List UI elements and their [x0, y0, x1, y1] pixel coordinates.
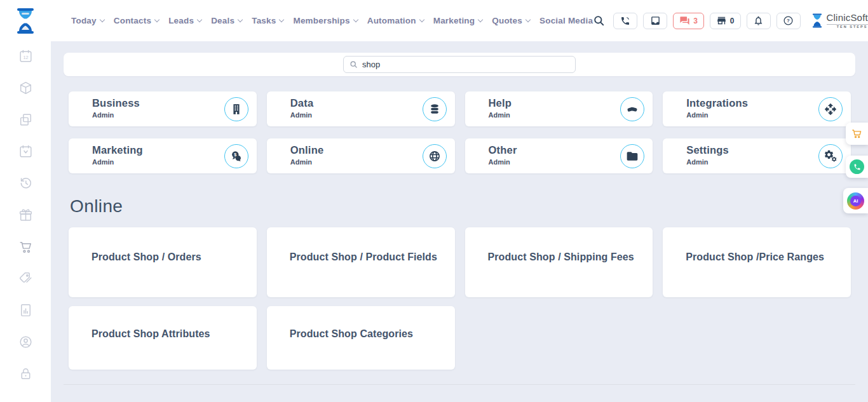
result-title: Product Shop / Orders — [92, 251, 245, 264]
category-card-data[interactable]: Data Admin — [267, 91, 455, 126]
footer-divider — [64, 384, 855, 385]
phone-icon — [620, 16, 630, 26]
main-navigation: Today Contacts Leads Deals Tasks Members… — [71, 16, 593, 25]
chat-bubbles-icon — [679, 15, 690, 26]
cube-icon[interactable] — [18, 80, 34, 96]
category-card-integrations[interactable]: Integrations Admin — [663, 91, 851, 126]
cart-icon[interactable] — [18, 239, 34, 255]
nav-social-media[interactable]: Social Media — [539, 16, 593, 25]
result-card-product-fields[interactable]: Product Shop / Product Fields — [267, 227, 455, 297]
money-chat-icon: $ — [224, 144, 248, 168]
search-icon[interactable] — [593, 15, 605, 27]
inbox-icon — [650, 15, 661, 26]
chevron-down-icon — [279, 17, 284, 22]
lock-icon[interactable] — [18, 366, 34, 382]
result-title: Product Shop / Product Fields — [290, 251, 444, 264]
chevron-down-icon — [478, 17, 483, 22]
building-icon — [224, 97, 248, 121]
ai-icon: AI — [847, 192, 864, 210]
calendar-arrow-icon[interactable] — [18, 144, 34, 159]
history-icon[interactable] — [18, 175, 34, 191]
category-card-other[interactable]: Other Admin — [465, 138, 653, 173]
results-grid: Product Shop / Orders Product Shop / Pro… — [69, 227, 851, 370]
calendar-12-icon[interactable]: 12 — [18, 48, 34, 64]
cart-icon — [851, 128, 863, 140]
store-count: 0 — [730, 17, 735, 25]
nav-today[interactable]: Today — [71, 16, 104, 25]
gift-icon[interactable] — [18, 207, 34, 223]
svg-text:12: 12 — [23, 55, 28, 60]
nav-leads[interactable]: Leads — [168, 16, 201, 25]
chat-button[interactable]: 3 — [673, 13, 704, 29]
nav-marketing[interactable]: Marketing — [433, 16, 483, 25]
chevron-down-icon — [353, 17, 358, 22]
search-icon — [349, 60, 358, 69]
chevron-down-icon — [100, 17, 105, 22]
clinicsoftware-brand: ClinicSoftware.com TEN STEPS AHEAD — [810, 13, 868, 29]
svg-text:?: ? — [787, 18, 790, 23]
chat-count: 3 — [693, 17, 698, 25]
nav-label: Deals — [211, 16, 234, 25]
result-title: Product Shop /Price Ranges — [686, 251, 839, 264]
floating-cart-widget[interactable] — [846, 123, 868, 145]
nav-label: Today — [71, 16, 97, 25]
category-card-help[interactable]: Help Admin — [465, 91, 653, 126]
question-icon: ? — [783, 15, 794, 26]
category-grid: Business Admin Data Admin — [69, 91, 851, 173]
result-card-price-ranges[interactable]: Product Shop /Price Ranges — [663, 227, 851, 297]
report-icon[interactable] — [18, 302, 34, 318]
nav-tasks[interactable]: Tasks — [252, 16, 283, 25]
database-icon — [423, 97, 447, 121]
inbox-button[interactable] — [643, 13, 667, 29]
globe-icon — [423, 144, 447, 168]
move-arrows-icon — [818, 97, 843, 121]
whatsapp-icon — [850, 159, 864, 174]
nav-automation[interactable]: Automation — [367, 16, 424, 25]
nav-label: Marketing — [433, 16, 475, 25]
nav-contacts[interactable]: Contacts — [114, 16, 159, 25]
hourglass-logo-icon — [810, 13, 824, 29]
ai-label: AI — [850, 196, 861, 206]
nav-memberships[interactable]: Memberships — [293, 16, 357, 25]
result-title: Product Shop / Shipping Fees — [488, 251, 642, 264]
category-card-marketing[interactable]: Marketing Admin $ — [69, 138, 257, 173]
phone-button[interactable] — [613, 13, 637, 29]
brand-name: ClinicSoftware — [827, 12, 868, 23]
global-search-input[interactable] — [362, 60, 569, 69]
pages-icon[interactable] — [18, 112, 34, 128]
search-strip — [64, 53, 855, 76]
nav-label: Tasks — [252, 16, 276, 25]
hourglass-logo-icon — [13, 7, 38, 35]
chevron-down-icon — [526, 17, 531, 22]
main-content: Business Admin Data Admin — [51, 41, 868, 402]
user-circle-icon[interactable] — [18, 334, 34, 350]
result-title: Product Shop Categories — [290, 328, 444, 341]
store-button[interactable]: 0 — [710, 13, 741, 29]
tags-icon[interactable] — [18, 271, 34, 286]
category-card-business[interactable]: Business Admin — [69, 91, 257, 126]
chevron-down-icon — [197, 17, 202, 22]
brand-tagline: TEN STEPS AHEAD — [827, 24, 868, 29]
gears-icon — [818, 144, 843, 168]
folder-icon — [620, 144, 644, 168]
notifications-button[interactable] — [747, 13, 771, 29]
chevron-down-icon — [419, 17, 424, 22]
topbar-actions: 3 0 ? — [593, 10, 868, 32]
result-card-categories[interactable]: Product Shop Categories — [267, 306, 455, 370]
chevron-down-icon — [238, 17, 243, 22]
help-button[interactable]: ? — [776, 13, 801, 29]
category-card-online[interactable]: Online Admin — [267, 138, 455, 173]
floating-ai-widget[interactable]: AI — [843, 188, 868, 213]
nav-label: Memberships — [293, 16, 349, 25]
result-card-shipping-fees[interactable]: Product Shop / Shipping Fees — [465, 227, 653, 297]
category-card-settings[interactable]: Settings Admin — [663, 138, 851, 173]
result-card-orders[interactable]: Product Shop / Orders — [69, 227, 257, 297]
nav-deals[interactable]: Deals — [211, 16, 242, 25]
app-logo[interactable] — [13, 7, 38, 35]
nav-label: Contacts — [114, 16, 151, 25]
search-box[interactable] — [343, 56, 576, 73]
result-card-attributes[interactable]: Product Shop Attributes — [69, 306, 257, 370]
left-sidebar: 12 — [0, 41, 51, 402]
nav-quotes[interactable]: Quotes — [492, 16, 530, 25]
floating-whatsapp-widget[interactable] — [846, 156, 868, 178]
